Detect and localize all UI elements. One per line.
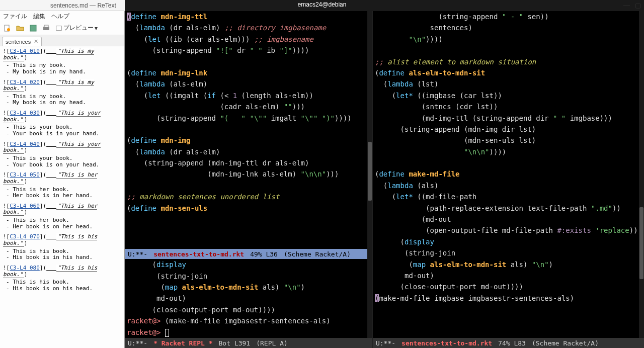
scrollbar[interactable]	[367, 11, 372, 338]
retext-entry: ![C3-L4 080]( "This is his book.")- This…	[3, 265, 121, 292]
retext-entry: ![C3-L4 020]( "This is my book.")- This …	[3, 79, 121, 107]
retext-app: ファイル 編集 ヘルプ プレビュー ▾	[0, 11, 125, 348]
close-icon[interactable]: ✕	[34, 38, 38, 45]
image-tag-link[interactable]: C3-L4 050	[10, 171, 40, 178]
modeline-file: * Racket REPL *	[153, 339, 212, 347]
modeline-mode: (Scheme Racket/A)	[284, 250, 351, 258]
scrollbar[interactable]	[639, 11, 644, 338]
menu-edit[interactable]: 編集	[33, 12, 45, 21]
tab-sentences[interactable]: sentences ✕	[2, 37, 42, 46]
emacs-right-pane: (string-append " - " sen)) sentences) "\…	[372, 11, 644, 348]
menu-file[interactable]: ファイル	[3, 12, 27, 21]
emacs-app: (define mdn-img-ttl (lambda (dr als-elm)…	[125, 11, 644, 348]
modeline-mode: (Scheme Racket/A)	[532, 339, 599, 347]
image-tag-link[interactable]: C3-L4 010	[10, 48, 40, 54]
image-tag-link[interactable]: C3-L4 020	[10, 79, 40, 85]
code-editor-left[interactable]: (define mdn-img-ttl (lambda (dr als-elm)…	[125, 11, 372, 249]
retext-entry: ![C3-L4 060]( "This is her book.")- This…	[3, 203, 121, 230]
emacs-split: (define mdn-img-ttl (lambda (dr als-elm)…	[125, 11, 644, 348]
window-controls: — ▢	[623, 2, 641, 9]
code-editor-right[interactable]: (string-append " - " sen)) sentences) "\…	[373, 11, 644, 338]
retext-entry: ![C3-L4 010]( "This is my book.")- This …	[3, 48, 121, 75]
titlebar: sentences.md — ReText emacs24@debian — ▢	[0, 0, 644, 11]
retext-window-title: sentences.md — ReText	[50, 2, 116, 9]
emacs-left-pane: (define mdn-img-ttl (lambda (dr als-elm)…	[125, 11, 372, 348]
tab-label: sentences	[6, 39, 31, 45]
modeline-status: U:**-	[128, 250, 147, 258]
main-area: ファイル 編集 ヘルプ プレビュー ▾	[0, 11, 644, 348]
image-tag-link[interactable]: C3-L4 080	[10, 265, 40, 271]
preview-button[interactable]: プレビュー ▾	[55, 24, 98, 32]
retext-toolbar: プレビュー ▾	[0, 21, 124, 35]
image-tag-link[interactable]: C3-L4 060	[10, 203, 40, 209]
retext-document[interactable]: ![C3-L4 010]( "This is my book.")- This …	[0, 46, 124, 348]
save-icon[interactable]	[29, 24, 37, 32]
minimize-button[interactable]: —	[623, 2, 630, 9]
modeline-left-bottom: U:**- * Racket REPL * Bot L391 (REPL A)	[125, 338, 372, 348]
image-tag-link[interactable]: C3-L4 030	[10, 110, 40, 116]
modeline-status: U:**-	[128, 339, 147, 347]
modeline-right: U:**- sentences-txt-to-md.rkt 74% L83 (S…	[373, 338, 644, 348]
modeline-status: U:**-	[376, 339, 395, 347]
svg-rect-4	[44, 25, 48, 27]
retext-entry: ![C3-L4 040]( "This is your book.")- Thi…	[3, 141, 121, 168]
modeline-mode: (REPL A)	[256, 339, 288, 347]
retext-menubar: ファイル 編集 ヘルプ	[0, 11, 124, 21]
menu-help[interactable]: ヘルプ	[51, 12, 69, 21]
modeline-file: sentences-txt-to-md.rkt	[153, 250, 244, 258]
modeline-position: 49% L36	[250, 250, 278, 258]
maximize-button[interactable]: ▢	[635, 2, 641, 9]
svg-point-1	[7, 28, 10, 31]
modeline-position: 74% L83	[498, 339, 526, 347]
retext-entry: ![C3-L4 050]( "This is her book.")- This…	[3, 172, 121, 199]
open-file-icon[interactable]	[16, 24, 24, 32]
emacs-window-title: emacs24@debian	[298, 1, 347, 8]
repl-left[interactable]: (display (string-join (map als-elm-to-md…	[125, 259, 372, 338]
image-tag-link[interactable]: C3-L4 070	[10, 233, 40, 240]
svg-rect-2	[30, 25, 36, 31]
new-file-icon[interactable]	[3, 24, 11, 32]
retext-entry: ![C3-L4 030]( "This is your book.")- Thi…	[3, 110, 121, 137]
svg-rect-5	[56, 26, 62, 30]
image-tag-link[interactable]: C3-L4 040	[10, 141, 40, 147]
retext-entry: ![C3-L4 070]( "This is his book.")- This…	[3, 234, 121, 261]
modeline-left-top: U:**- sentences-txt-to-md.rkt 49% L36 (S…	[125, 249, 372, 259]
modeline-file: sentences-txt-to-md.rkt	[401, 339, 492, 347]
modeline-position: Bot L391	[219, 339, 251, 347]
print-icon[interactable]	[42, 24, 50, 32]
retext-tabbar: sentences ✕	[0, 35, 124, 46]
